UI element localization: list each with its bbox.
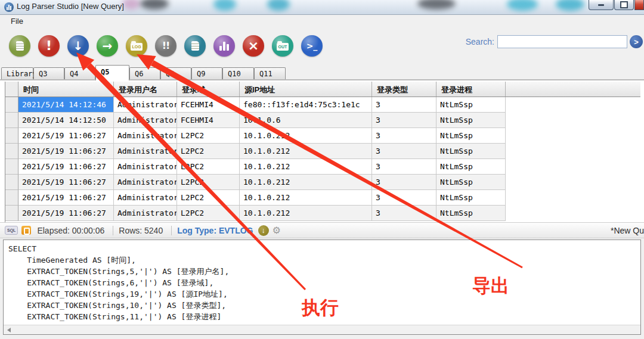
tab-q8[interactable]: Q8 — [160, 67, 191, 80]
table-cell[interactable]: 2021/5/19 11:06:27 — [18, 206, 114, 221]
table-cell[interactable]: 3 — [372, 113, 436, 128]
minimize-button[interactable] — [589, 0, 614, 10]
new-query-button[interactable] — [9, 35, 30, 57]
table-cell[interactable]: 10.1.0.212 — [240, 159, 372, 175]
table-cell[interactable]: 2021/5/14 14:12:46 — [18, 97, 114, 113]
minimize-icon — [598, 4, 604, 6]
table-cell[interactable]: 2021/5/14 14:12:50 — [18, 113, 114, 128]
open-log-folder-button[interactable]: LOG — [126, 35, 147, 57]
table-cell[interactable]: Administrator — [114, 97, 177, 113]
table-cell[interactable]: 10.1.0.212 — [240, 175, 372, 190]
table-cell[interactable]: 3 — [372, 175, 436, 190]
row-header-cell[interactable] — [5, 144, 18, 159]
row-header-cell[interactable] — [5, 175, 18, 190]
column-header-登录类型[interactable]: 登录类型 — [372, 82, 436, 97]
query-tab-strip: LibraryQ3Q4Q5Q6Q8Q9Q10Q11 — [0, 61, 644, 80]
table-cell[interactable]: NtLmSsp — [436, 190, 506, 206]
table-cell[interactable]: 2021/5/19 11:06:27 — [18, 175, 114, 190]
row-header-cell[interactable] — [5, 159, 18, 175]
table-cell[interactable]: 10.1.0.212 — [240, 128, 372, 144]
table-cell[interactable]: Administrator — [114, 128, 177, 144]
export-button[interactable]: → — [97, 35, 118, 57]
close-button[interactable] — [634, 0, 644, 10]
table-cell[interactable]: 2021/5/19 11:06:27 — [18, 159, 114, 175]
table-cell[interactable]: 3 — [372, 206, 436, 221]
chart-button[interactable] — [213, 35, 235, 57]
column-header-源IP地址[interactable]: 源IP地址 — [240, 82, 372, 97]
column-header-登录进程[interactable]: 登录进程 — [436, 82, 506, 97]
table-cell[interactable]: L2PC2 — [177, 175, 240, 190]
tab-q11[interactable]: Q11 — [254, 67, 286, 80]
titlebar-glass-blob — [213, 0, 236, 11]
table-cell[interactable]: L2PC2 — [177, 190, 240, 206]
sql-query-text[interactable]: SELECT TimeGenerated AS [时间], EXTRACT_TO… — [8, 243, 639, 324]
table-cell[interactable]: NtLmSsp — [436, 144, 506, 159]
table-cell[interactable]: NtLmSsp — [436, 206, 506, 221]
table-cell[interactable]: NtLmSsp — [436, 159, 506, 175]
menu-file[interactable]: File — [7, 16, 27, 26]
row-header-cell[interactable] — [5, 97, 18, 113]
table-cell[interactable]: Administrator — [114, 175, 177, 190]
table-cell[interactable]: 10.1.0.6 — [240, 113, 372, 128]
search-go-button[interactable]: > — [630, 35, 643, 48]
table-cell[interactable]: L2PC2 — [177, 144, 240, 159]
table-cell[interactable]: NtLmSsp — [436, 175, 506, 190]
row-header-cell[interactable] — [5, 128, 18, 144]
table-cell[interactable]: 3 — [372, 190, 436, 206]
tab-library[interactable]: Library — [1, 67, 33, 80]
table-cell[interactable]: 3 — [372, 128, 436, 144]
table-cell[interactable]: fe80::f13f:e1d4:75c3:1e1c — [240, 97, 372, 113]
window-title: Log Parser Studio [New Query] — [17, 2, 124, 11]
tab-q6[interactable]: Q6 — [129, 67, 160, 80]
table-cell[interactable]: 10.1.0.212 — [240, 206, 372, 221]
table-cell[interactable]: NtLmSsp — [436, 128, 506, 144]
column-header-登录域[interactable]: 登录域 — [177, 82, 240, 97]
maximize-button[interactable] — [614, 0, 634, 10]
powershell-button[interactable]: >_ — [301, 35, 323, 57]
query-document-button[interactable] — [184, 35, 206, 57]
table-cell[interactable]: Administrator — [114, 159, 177, 175]
table-cell[interactable]: 3 — [372, 97, 436, 113]
tab-label: Q10 — [228, 70, 241, 78]
tab-q10[interactable]: Q10 — [222, 67, 254, 80]
sql-editor[interactable]: SELECT TimeGenerated AS [时间], EXTRACT_TO… — [3, 240, 641, 335]
table-cell[interactable]: L2PC2 — [177, 206, 240, 221]
column-header-登录用户名[interactable]: 登录用户名 — [114, 82, 177, 97]
log-type-download-icon[interactable]: ↓ — [258, 225, 269, 236]
table-cell[interactable]: 10.1.0.212 — [240, 190, 372, 206]
tab-q4[interactable]: Q4 — [64, 67, 95, 80]
search-input[interactable] — [497, 35, 627, 48]
table-cell[interactable]: NtLmSsp — [436, 113, 506, 128]
output-folder-button[interactable]: OUT — [272, 35, 293, 57]
table-cell[interactable]: FCEHMI4 — [177, 97, 240, 113]
table-cell[interactable]: 2021/5/19 11:06:27 — [18, 190, 114, 206]
table-cell[interactable]: 2021/5/19 11:06:27 — [18, 144, 114, 159]
row-header-cell[interactable] — [5, 190, 18, 206]
table-cell[interactable]: Administrator — [114, 113, 177, 128]
cancel-button[interactable]: × — [243, 35, 264, 57]
table-cell[interactable]: Administrator — [114, 206, 177, 221]
execute-query-button[interactable]: ! — [38, 35, 60, 57]
cancel-icon: × — [248, 39, 259, 52]
tab-q5[interactable]: Q5 — [95, 65, 129, 80]
table-cell[interactable]: NtLmSsp — [436, 97, 506, 113]
table-cell[interactable]: 3 — [372, 159, 436, 175]
table-cell[interactable]: Administrator — [114, 190, 177, 206]
row-header-cell[interactable] — [5, 113, 18, 128]
table-cell[interactable]: L2PC2 — [177, 128, 240, 144]
alerts-button[interactable]: !! — [155, 35, 177, 57]
table-cell[interactable]: Administrator — [114, 144, 177, 159]
download-button[interactable]: ↓ — [67, 35, 89, 57]
tab-q3[interactable]: Q3 — [33, 67, 64, 80]
scroll-left-icon[interactable] — [7, 328, 11, 332]
log-type-settings-icon[interactable]: ⚙ — [273, 226, 281, 235]
table-cell[interactable]: FCEHMI4 — [177, 113, 240, 128]
column-header-时间[interactable]: 时间 — [18, 82, 114, 97]
tab-q9[interactable]: Q9 — [191, 67, 222, 80]
row-header-cell[interactable] — [5, 206, 18, 221]
table-cell[interactable]: 10.1.0.212 — [240, 144, 372, 159]
table-cell[interactable]: L2PC2 — [177, 159, 240, 175]
table-cell[interactable]: 3 — [372, 144, 436, 159]
editor-horizontal-scrollbar[interactable] — [4, 325, 640, 334]
table-cell[interactable]: 2021/5/19 11:06:27 — [18, 128, 114, 144]
